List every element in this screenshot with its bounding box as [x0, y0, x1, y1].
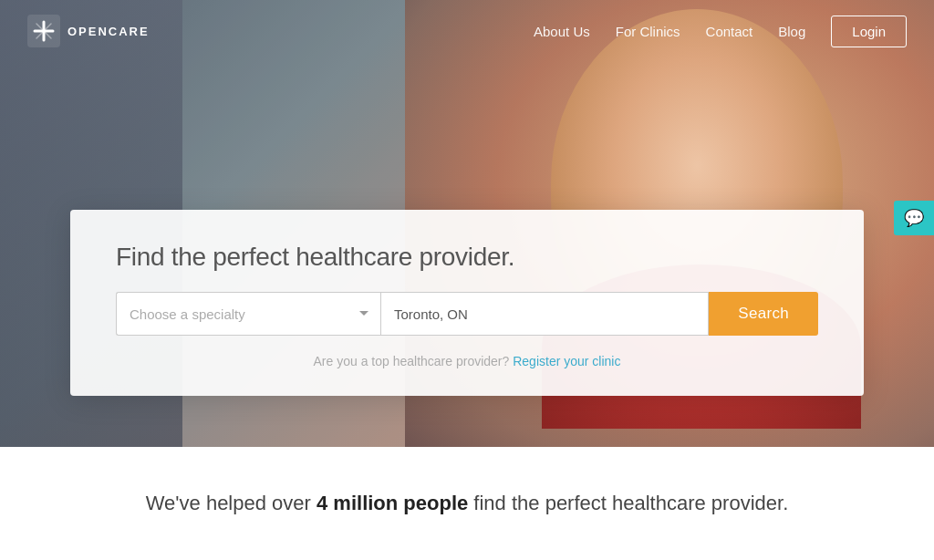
specialty-select[interactable]: Choose a specialty Dentist Doctor Physio… [116, 292, 380, 336]
hero-title: Find the perfect healthcare provider. [116, 243, 818, 272]
bottom-text: We've helped over 4 million people find … [146, 492, 789, 515]
bottom-text-after: find the perfect healthcare provider. [468, 492, 788, 514]
nav-blog[interactable]: Blog [778, 24, 805, 39]
bottom-text-before: We've helped over [146, 492, 317, 514]
search-sub: Are you a top healthcare provider? Regis… [116, 354, 818, 368]
nav-clinics[interactable]: For Clinics [616, 24, 680, 39]
hero-section: Find the perfect healthcare provider. Ch… [0, 0, 934, 447]
chat-bubble[interactable]: 💬 [894, 201, 934, 235]
logo[interactable]: OPENCARE [27, 15, 150, 47]
login-button[interactable]: Login [831, 16, 907, 47]
nav-contact[interactable]: Contact [706, 24, 753, 39]
bottom-highlight: 4 million people [317, 492, 468, 514]
header: OPENCARE About Us For Clinics Contact Bl… [0, 0, 934, 62]
search-panel: Find the perfect healthcare provider. Ch… [70, 210, 864, 396]
search-row: Choose a specialty Dentist Doctor Physio… [116, 292, 818, 336]
nav-about[interactable]: About Us [534, 24, 590, 39]
logo-text: OPENCARE [67, 25, 150, 38]
chat-icon: 💬 [904, 208, 924, 228]
bottom-bar: We've helped over 4 million people find … [0, 447, 934, 560]
register-link[interactable]: Register your clinic [513, 354, 620, 368]
sub-text: Are you a top healthcare provider? [314, 354, 510, 368]
location-input[interactable] [380, 292, 709, 336]
logo-icon [27, 15, 60, 47]
search-button[interactable]: Search [709, 292, 818, 336]
main-nav: About Us For Clinics Contact Blog Login [534, 16, 907, 47]
